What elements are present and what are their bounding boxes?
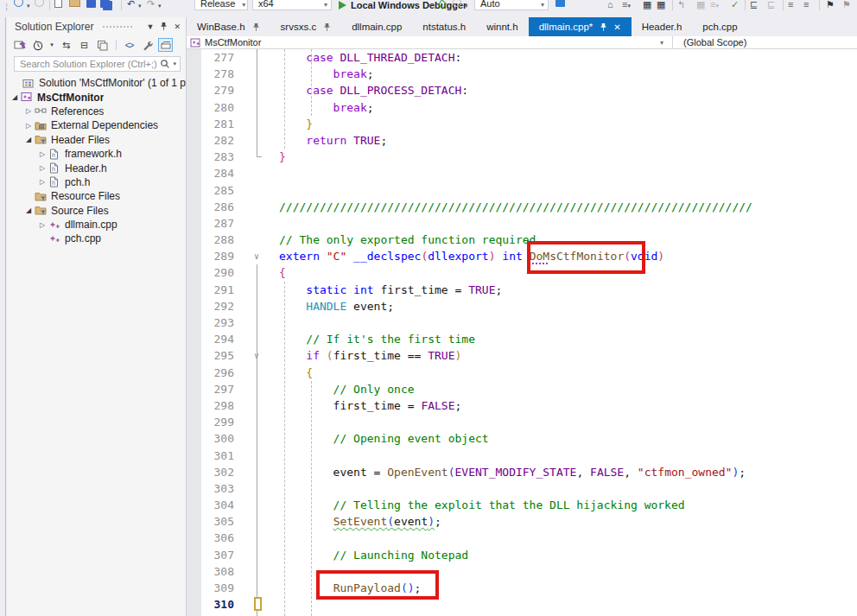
navigate-back-dropdown-icon[interactable]: ▾ <box>27 1 30 12</box>
tree-item-framework-h[interactable]: ▷hframework.h <box>7 147 186 161</box>
code-text: // Telling the exploit that the DLL hija… <box>279 497 685 513</box>
tab-dllmain-cpp[interactable]: dllmain.cpp <box>341 17 412 36</box>
syntax-check-icon[interactable]: ✓ <box>731 0 739 10</box>
pin-icon[interactable] <box>252 22 260 32</box>
redo-dropdown-icon[interactable]: ▾ <box>158 1 162 12</box>
pending-changes-filter-icon[interactable] <box>30 38 45 52</box>
tab-pch-cpp[interactable]: pch.cpp <box>692 17 747 36</box>
tree-item-pch-h[interactable]: ▷hpch.h <box>7 175 186 189</box>
start-debug-icon[interactable] <box>339 1 346 10</box>
editor-area: WinBase.hsrvsxs.cdllmain.cppntstatus.hwi… <box>186 17 857 616</box>
list-dropdown-icon[interactable]: ≡▾ <box>622 0 631 10</box>
code-text: // The only exported function required <box>279 232 536 248</box>
tree-item-references[interactable]: ▷References <box>7 105 186 118</box>
search-input[interactable] <box>20 59 160 69</box>
sync-with-active-document-icon[interactable]: ⇆ <box>59 38 73 52</box>
navigate-back-icon[interactable] <box>14 0 23 7</box>
bookmark-prev-icon[interactable]: ⚑ <box>842 0 851 10</box>
tree-item-header-h[interactable]: ▷hHeader.h <box>7 161 186 175</box>
tree-item-dllmain-cpp[interactable]: ▷dllmain.cpp <box>7 218 186 232</box>
start-debug-dropdown-icon[interactable]: ▾ <box>428 1 432 12</box>
bookmark-icon[interactable]: ⚑ <box>826 0 835 10</box>
window-position-icon[interactable]: ▼ <box>147 22 155 31</box>
close-icon[interactable]: ✕ <box>174 22 181 31</box>
save-all-icon[interactable] <box>100 0 110 8</box>
cppfile-icon <box>48 233 62 244</box>
disabled-window-icon: ▦ <box>696 0 705 10</box>
expanded-arrow-icon[interactable]: ◢ <box>9 93 21 101</box>
new-file-icon[interactable] <box>54 0 62 8</box>
navigate-forward-icon[interactable] <box>35 0 44 7</box>
expanded-arrow-icon[interactable]: ◢ <box>22 136 35 143</box>
tree-item-pch-cpp[interactable]: pch.cpp <box>7 232 186 245</box>
hot-reload-dropdown-icon[interactable]: ▾ <box>465 1 468 12</box>
code-text: return TRUE; <box>279 132 387 149</box>
close-icon[interactable]: ✕ <box>613 22 620 32</box>
member-scope-dropdown[interactable]: (Global Scope) <box>673 36 857 48</box>
code-line: 281 } <box>187 116 857 132</box>
collapsed-arrow-icon[interactable]: ▷ <box>22 107 35 115</box>
start-debug-label[interactable]: Local Windows Debugger <box>351 0 467 11</box>
home-icon[interactable]: ⌂ <box>607 0 613 10</box>
line-number: 308 <box>201 563 234 580</box>
tree-item-header-files[interactable]: ◢Header Files <box>7 133 186 147</box>
collapsed-arrow-icon[interactable]: ▷ <box>36 164 48 172</box>
tree-item-solution-msctfmonitor-1-of-1-project[interactable]: Solution 'MsCtfMonitor' (1 of 1 project) <box>7 76 186 90</box>
save-icon[interactable] <box>86 0 96 8</box>
undo-icon[interactable]: ↶ <box>127 0 135 10</box>
collapse-all-icon[interactable]: ⊟ <box>77 38 92 52</box>
exception-combobox[interactable]: Auto ▾ <box>474 0 549 10</box>
pin-icon[interactable] <box>323 22 331 32</box>
preview-selected-items-icon[interactable] <box>158 38 173 52</box>
undo-dropdown-icon[interactable]: ▾ <box>138 1 142 12</box>
fold-collapse-icon[interactable]: ∨ <box>234 248 279 264</box>
code-line: 289∨extern "C" __declspec(dllexport) int… <box>187 248 857 264</box>
solution-icon <box>22 78 36 89</box>
properties-pages-icon[interactable] <box>95 38 110 52</box>
switch-views-icon[interactable] <box>12 38 27 52</box>
memory-window2-icon[interactable]: ▦ <box>657 0 665 10</box>
collapsed-arrow-icon[interactable]: ▷ <box>36 221 48 229</box>
tab-dllmain-cpp[interactable]: dllmain.cpp*✕ <box>529 17 632 36</box>
redo-icon[interactable]: ↷ <box>147 0 155 10</box>
search-icon[interactable] <box>160 59 170 69</box>
platform-combobox[interactable]: x64 ▾ <box>252 0 332 10</box>
code-editor[interactable]: 277 case DLL_THREAD_DETACH:278 break;279… <box>187 49 857 616</box>
comment-icon[interactable]: ≡ <box>788 0 793 10</box>
tree-item-resource-files[interactable]: Resource Files <box>7 189 186 203</box>
configuration-combobox[interactable]: Release ▾ <box>194 0 248 10</box>
tree-item-external-dependencies[interactable]: ▷External Dependencies <box>7 118 186 132</box>
line-number: 281 <box>201 116 234 132</box>
tab-ntstatus-h[interactable]: ntstatus.h <box>412 17 476 36</box>
pin-icon[interactable] <box>160 22 168 31</box>
hfile-icon: h <box>48 162 62 174</box>
search-dropdown-icon[interactable]: ▾ <box>173 60 176 67</box>
project-scope-dropdown[interactable]: MsCtfMonitor ▾ <box>187 36 673 48</box>
open-folder-icon[interactable] <box>69 0 80 7</box>
expanded-arrow-icon[interactable]: ◢ <box>22 206 35 214</box>
indent-icon[interactable]: ⊑ <box>750 0 758 10</box>
view-code-icon[interactable]: <> <box>122 38 136 52</box>
solution-explorer-titlebar[interactable]: Solution Explorer ▼ ✕ <box>7 17 186 35</box>
uncomment-icon[interactable]: ≡ <box>803 0 809 10</box>
member-scope-value: (Global Scope) <box>683 37 746 48</box>
breakpoint-margin[interactable] <box>187 49 201 616</box>
tab-header-h[interactable]: Header.h <box>632 17 693 36</box>
tree-item-label: framework.h <box>65 148 122 160</box>
collapsed-arrow-icon[interactable]: ▷ <box>22 122 35 130</box>
tree-item-source-files[interactable]: ◢Source Files <box>7 204 186 218</box>
solution-explorer-search[interactable]: ▾ <box>14 56 181 72</box>
properties-wrench-icon[interactable] <box>140 38 155 52</box>
pin-icon[interactable] <box>600 22 607 32</box>
filter-dropdown-icon[interactable]: ▾ <box>48 38 55 52</box>
tab-winbase-h[interactable]: WinBase.h <box>187 17 270 36</box>
tab-winnt-h[interactable]: winnt.h <box>476 17 528 36</box>
memory-window-icon[interactable]: ▦ <box>643 0 651 10</box>
step-out-icon[interactable]: ↰ <box>677 0 685 10</box>
collapsed-arrow-icon[interactable]: ▷ <box>36 178 48 186</box>
tab-srvsxs-c[interactable]: srvsxs.c <box>270 17 342 36</box>
tree-item-msctfmonitor[interactable]: ◢MsCtfMonitor <box>7 90 186 104</box>
collapsed-arrow-icon[interactable]: ▷ <box>36 150 48 158</box>
attach-icon[interactable] <box>555 0 565 7</box>
tab-label: srvsxs.c <box>281 22 317 32</box>
